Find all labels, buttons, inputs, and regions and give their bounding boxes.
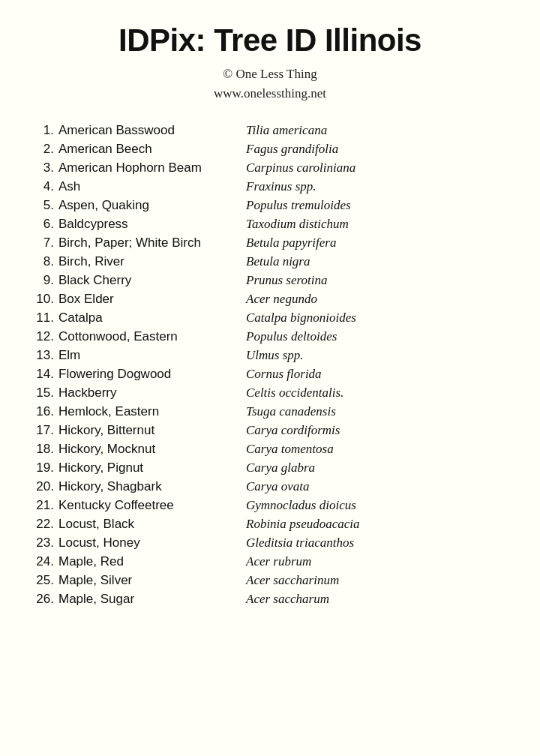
table-row: 23.Locust, HoneyGleditsia triacanthos: [30, 533, 510, 552]
tree-number: 13.: [30, 348, 58, 363]
tree-common-name: American Hophorn Beam: [58, 160, 238, 176]
tree-latin-name: Fraxinus spp.: [238, 179, 510, 194]
tree-common-name: Birch, Paper; White Birch: [58, 236, 238, 250]
tree-latin-name: Betula papyrifera: [238, 236, 510, 250]
tree-number: 3.: [30, 160, 58, 176]
tree-number: 15.: [30, 386, 58, 400]
table-row: 10.Box ElderAcer negundo: [30, 290, 510, 308]
tree-number: 14.: [30, 367, 58, 382]
tree-latin-name: Carya tomentosa: [238, 442, 510, 457]
tree-number: 12.: [30, 329, 58, 344]
tree-latin-name: Gymnocladus dioicus: [238, 498, 510, 513]
tree-common-name: Cottonwood, Eastern: [58, 329, 238, 344]
tree-latin-name: Acer negundo: [238, 292, 510, 307]
tree-number: 25.: [30, 573, 58, 588]
tree-latin-name: Acer rubrum: [238, 554, 510, 569]
tree-number: 20.: [30, 479, 58, 494]
tree-number: 4.: [30, 179, 58, 194]
tree-common-name: Birch, River: [58, 254, 238, 269]
table-row: 22.Locust, BlackRobinia pseudoacacia: [30, 514, 510, 533]
page-title: IDPix: Tree ID Illinois: [30, 22, 510, 58]
tree-latin-name: Populus deltoides: [238, 329, 510, 344]
table-row: 3.American Hophorn BeamCarpinus carolini…: [30, 158, 510, 177]
tree-common-name: Hickory, Shagbark: [58, 479, 238, 494]
tree-latin-name: Acer saccharum: [238, 592, 510, 607]
tree-number: 10.: [30, 292, 58, 307]
table-row: 16.Hemlock, EasternTsuga canadensis: [30, 402, 510, 421]
tree-common-name: Aspen, Quaking: [58, 198, 238, 213]
tree-common-name: Locust, Honey: [58, 536, 238, 550]
table-row: 18.Hickory, MocknutCarya tomentosa: [30, 440, 510, 458]
tree-number: 7.: [30, 236, 58, 250]
table-row: 21.Kentucky CoffeetreeGymnocladus dioicu…: [30, 496, 510, 514]
table-row: 24.Maple, RedAcer rubrum: [30, 552, 510, 571]
tree-latin-name: Carya ovata: [238, 479, 510, 494]
table-row: 26.Maple, SugarAcer saccharum: [30, 590, 510, 608]
tree-number: 16.: [30, 404, 58, 419]
tree-latin-name: Populus tremuloides: [238, 198, 510, 213]
tree-latin-name: Robinia pseudoacacia: [238, 517, 510, 532]
tree-latin-name: Celtis occidentalis.: [238, 386, 510, 400]
tree-common-name: Hickory, Bitternut: [58, 423, 238, 438]
tree-latin-name: Tsuga canadensis: [238, 404, 510, 419]
tree-number: 22.: [30, 517, 58, 532]
tree-latin-name: Carya glabra: [238, 460, 510, 476]
tree-latin-name: Betula nigra: [238, 254, 510, 269]
tree-common-name: American Beech: [58, 142, 238, 157]
table-row: 14.Flowering DogwoodCornus florida: [30, 364, 510, 383]
tree-common-name: Flowering Dogwood: [58, 367, 238, 382]
tree-latin-name: Taxodium distichum: [238, 217, 510, 232]
tree-common-name: Black Cherry: [58, 273, 238, 288]
tree-number: 5.: [30, 198, 58, 213]
tree-number: 2.: [30, 142, 58, 157]
tree-number: 6.: [30, 217, 58, 232]
tree-common-name: Box Elder: [58, 292, 238, 307]
tree-common-name: Hickory, Mocknut: [58, 442, 238, 457]
tree-common-name: Maple, Red: [58, 554, 238, 569]
tree-latin-name: Cornus florida: [238, 367, 510, 382]
tree-number: 24.: [30, 554, 58, 569]
tree-number: 1.: [30, 123, 58, 138]
copyright-text: © One Less Thing: [223, 67, 316, 81]
website-text: www.onelessthing.net: [214, 86, 326, 100]
tree-common-name: Hickory, Pignut: [58, 460, 238, 476]
tree-latin-name: Ulmus spp.: [238, 348, 510, 363]
tree-common-name: Kentucky Coffeetree: [58, 498, 238, 513]
tree-common-name: Maple, Sugar: [58, 592, 238, 607]
tree-latin-name: Carpinus caroliniana: [238, 160, 510, 176]
table-row: 1.American BasswoodTilia americana: [30, 121, 510, 140]
tree-number: 19.: [30, 460, 58, 476]
tree-latin-name: Catalpa bignonioides: [238, 310, 510, 326]
table-row: 6.BaldcypressTaxodium distichum: [30, 214, 510, 233]
table-row: 19.Hickory, PignutCarya glabra: [30, 458, 510, 477]
tree-latin-name: Tilia americana: [238, 123, 510, 138]
table-row: 4.AshFraxinus spp.: [30, 177, 510, 196]
table-row: 8.Birch, RiverBetula nigra: [30, 252, 510, 271]
page-header: IDPix: Tree ID Illinois © One Less Thing…: [30, 22, 510, 103]
tree-latin-name: Fagus grandifolia: [238, 142, 510, 157]
tree-number: 8.: [30, 254, 58, 269]
tree-number: 17.: [30, 423, 58, 438]
copyright-line: © One Less Thing www.onelessthing.net: [30, 64, 510, 103]
tree-common-name: American Basswood: [58, 123, 238, 138]
table-row: 25.Maple, SilverAcer saccharinum: [30, 571, 510, 590]
tree-number: 11.: [30, 310, 58, 326]
tree-common-name: Baldcypress: [58, 217, 238, 232]
table-row: 11.CatalpaCatalpa bignonioides: [30, 308, 510, 327]
tree-number: 21.: [30, 498, 58, 513]
tree-number: 23.: [30, 536, 58, 550]
tree-latin-name: Gleditsia triacanthos: [238, 536, 510, 550]
tree-common-name: Elm: [58, 348, 238, 363]
table-row: 2.American BeechFagus grandifolia: [30, 140, 510, 158]
table-row: 9.Black CherryPrunus serotina: [30, 271, 510, 290]
table-row: 5.Aspen, QuakingPopulus tremuloides: [30, 196, 510, 214]
table-row: 17.Hickory, BitternutCarya cordiformis: [30, 421, 510, 440]
tree-latin-name: Carya cordiformis: [238, 423, 510, 438]
tree-common-name: Ash: [58, 179, 238, 194]
tree-common-name: Locust, Black: [58, 517, 238, 532]
tree-number: 9.: [30, 273, 58, 288]
tree-common-name: Catalpa: [58, 310, 238, 326]
table-row: 13.ElmUlmus spp.: [30, 346, 510, 364]
tree-latin-name: Acer saccharinum: [238, 573, 510, 588]
table-row: 7.Birch, Paper; White BirchBetula papyri…: [30, 233, 510, 252]
